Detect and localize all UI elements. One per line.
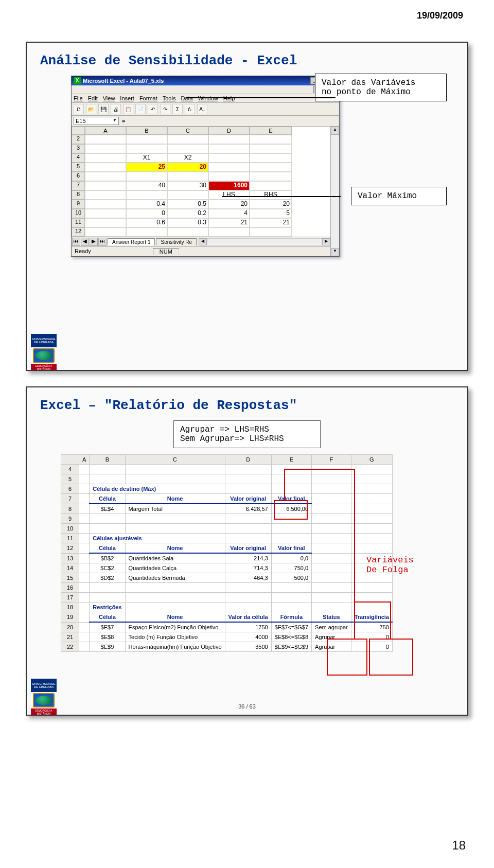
window-title: Microsoft Excel - Aula07_5.xls (83, 78, 308, 84)
col-c[interactable]: C (167, 127, 208, 135)
scroll-right-icon[interactable]: ▶ (322, 238, 330, 245)
anno-box-valfinal (274, 500, 308, 520)
menu-file[interactable]: File (74, 95, 83, 101)
col-b[interactable]: B (126, 127, 167, 135)
anno-box-transig (369, 639, 413, 676)
status-ready: Ready (75, 248, 91, 255)
menu-format[interactable]: Format (139, 95, 157, 101)
save-icon[interactable]: 💾 (98, 104, 109, 114)
menubar: File Edit View Insert Format Tools Data … (72, 94, 339, 103)
col-e[interactable]: E (250, 127, 292, 135)
sum-icon[interactable]: Σ (172, 104, 183, 114)
scroll-up-icon[interactable]: ▲ (331, 127, 339, 135)
status-bar: Ready NUM (72, 246, 330, 256)
excel-icon: X (74, 77, 81, 84)
equals-label: = (122, 118, 125, 124)
institution-badge-2: UNIVERSIDADE DE UBERABA EDUCAÇÃO A DISTÂ… (31, 679, 57, 710)
undo-icon[interactable]: ↶ (148, 104, 158, 114)
tab-first-icon[interactable]: ⏮ (72, 238, 80, 246)
tab-next-icon[interactable]: ▶ (90, 238, 98, 246)
fx-icon[interactable]: fₓ (185, 104, 195, 114)
v-scrollbar[interactable]: ▲ ▼ (330, 127, 339, 256)
open-icon[interactable]: 📂 (86, 104, 96, 114)
chevron-down-icon[interactable]: ▼ (113, 118, 117, 124)
menu-window[interactable]: Window (198, 95, 218, 101)
callout-line-2 (222, 196, 341, 197)
spreadsheet-grid[interactable]: A B C D E 2 3 4X1X2 52520 6 740301600 8L… (72, 127, 330, 237)
menu-view[interactable]: View (103, 95, 115, 101)
slide-2: Excel – "Relatório de Respostas" Agrupar… (26, 386, 468, 716)
sheet-tabs: ⏮ ◀ ▶ ⏭ Answer Report 1 Sensitivity Re ◀… (72, 237, 330, 246)
slide2-title: Excel – "Relatório de Respostas" (40, 398, 454, 413)
tab-sensitivity[interactable]: Sensitivity Re (156, 238, 197, 245)
anno-box-status (327, 639, 367, 676)
callout-max: Valor Máximo (351, 187, 447, 205)
tab-prev-icon[interactable]: ◀ (81, 238, 89, 246)
h-scrollbar[interactable] (207, 238, 322, 245)
institution-badge: UNIVERSIDADE DE UBERABA EDUCAÇÃO A DISTÂ… (31, 334, 57, 365)
grouping-textbox: Agrupar => LHS=RHS Sem Agrupar=> LHS≠RHS (173, 420, 321, 448)
slide1-title: Análise de Sensibilidade - Excel (40, 53, 454, 68)
menu-data[interactable]: Data (181, 95, 192, 101)
print-icon[interactable]: 🖨 (111, 104, 121, 114)
anno-line-v2 (354, 469, 355, 639)
menu-tools[interactable]: Tools (163, 95, 176, 101)
menu-help[interactable]: Help (223, 95, 235, 101)
slide-1: Análise de Sensibilidade - Excel X Micro… (26, 42, 468, 371)
new-icon[interactable]: 🗋 (74, 104, 84, 114)
titlebar: X Microsoft Excel - Aula07_5.xls _ □ × (72, 76, 339, 85)
toolbar: 🗋 📂 💾 🖨 📋 📄 ↶ ↷ Σ fₓ A↓ (72, 103, 339, 116)
copy-icon[interactable]: 📋 (123, 104, 133, 114)
tab-last-icon[interactable]: ⏭ (98, 238, 107, 246)
anno-line-h1 (284, 469, 355, 470)
redo-icon[interactable]: ↷ (160, 104, 170, 114)
col-a[interactable]: A (85, 127, 126, 135)
sort-asc-icon[interactable]: A↓ (197, 104, 207, 114)
callout-line-1 (186, 97, 336, 98)
anno-line-v1 (284, 469, 285, 501)
scroll-down-icon[interactable]: ▼ (331, 248, 339, 256)
page-date: 19/09/2009 (0, 0, 494, 26)
anno-slack-vars: Variáveis De Folga (366, 555, 414, 575)
col-d[interactable]: D (208, 127, 250, 135)
answer-report-table: A B C D E F G 4 5 6Célula de destino (Má… (61, 454, 393, 652)
slide-footer: 36 / 63 (238, 703, 256, 710)
excel-window: X Microsoft Excel - Aula07_5.xls _ □ × _… (71, 76, 340, 257)
menu-edit[interactable]: Edit (88, 95, 98, 101)
paste-icon[interactable]: 📄 (135, 104, 146, 114)
tab-answer-report[interactable]: Answer Report 1 (108, 238, 155, 245)
status-numlock: NUM (153, 248, 179, 255)
scroll-left-icon[interactable]: ◀ (199, 238, 207, 245)
formula-bar: E15▼ = (72, 116, 339, 127)
anno-line-to-folga (354, 601, 391, 603)
name-box[interactable]: E15▼ (74, 117, 119, 125)
anno-line-v3 (390, 601, 391, 639)
menu-insert[interactable]: Insert (120, 95, 134, 101)
